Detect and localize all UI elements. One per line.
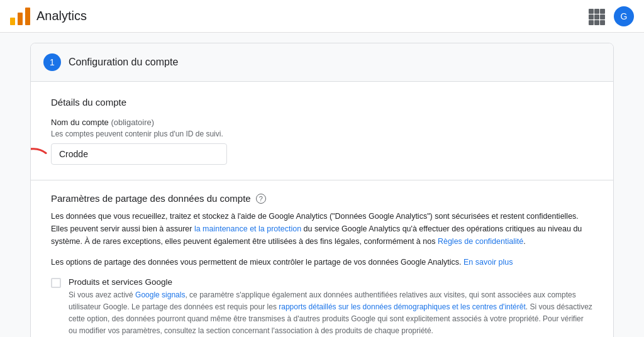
svg-rect-1 [18, 13, 23, 25]
step-section: 1 Configuration du compte Détails du com… [30, 43, 614, 337]
step-number: 1 [43, 53, 61, 71]
avatar[interactable]: G [614, 6, 634, 26]
checkbox-products-title: Produits et services Google [69, 277, 593, 287]
svg-rect-0 [10, 18, 15, 25]
step-title: Configuration du compte [69, 57, 178, 68]
checkbox-products[interactable] [51, 278, 61, 288]
checkbox-products-desc: Si vous avez activé Google signals, ce p… [69, 289, 593, 337]
step-header: 1 Configuration du compte [31, 43, 613, 82]
apps-grid-icon[interactable] [589, 9, 604, 24]
app-title: Analytics [36, 9, 87, 23]
account-details-section: Détails du compte Nom du compte (obligat… [31, 82, 613, 180]
form-field-container [51, 143, 593, 165]
field-hint: Les comptes peuvent contenir plus d'un I… [51, 130, 593, 138]
sharing-params-section: Paramètres de partage des données du com… [31, 180, 613, 337]
google-signals-link[interactable]: Google signals [135, 290, 185, 299]
demographic-reports-link[interactable]: rapports détaillés sur les données démog… [279, 302, 526, 311]
analytics-logo [10, 8, 30, 25]
en-savoir-plus-link[interactable]: En savoir plus [464, 258, 513, 267]
svg-rect-2 [25, 8, 30, 25]
header-left: Analytics [10, 8, 87, 25]
help-icon[interactable]: ? [256, 194, 266, 204]
maintenance-link[interactable]: la maintenance et la protection [194, 224, 301, 233]
app-header: Analytics G [0, 0, 644, 33]
sharing-title-row: Paramètres de partage des données du com… [51, 193, 593, 204]
checkbox-products-content: Produits et services Google Si vous avez… [69, 277, 593, 337]
main-content: 1 Configuration du compte Détails du com… [20, 33, 624, 337]
checkbox-products-wrapper [51, 278, 61, 288]
checkbox-products-item: Produits et services Google Si vous avez… [51, 277, 593, 337]
account-details-title: Détails du compte [51, 97, 593, 108]
options-intro: Les options de partage des données vous … [51, 257, 593, 268]
account-name-label: Nom du compte (obligatoire) [51, 118, 593, 127]
privacy-policy-link[interactable]: Règles de confidentialité [438, 237, 523, 246]
red-arrow-annotation [30, 142, 48, 167]
header-right: G [589, 6, 634, 26]
sharing-title: Paramètres de partage des données du com… [51, 193, 251, 204]
account-name-input[interactable] [51, 143, 227, 165]
sharing-description: Les données que vous recueillez, traitez… [51, 210, 593, 248]
